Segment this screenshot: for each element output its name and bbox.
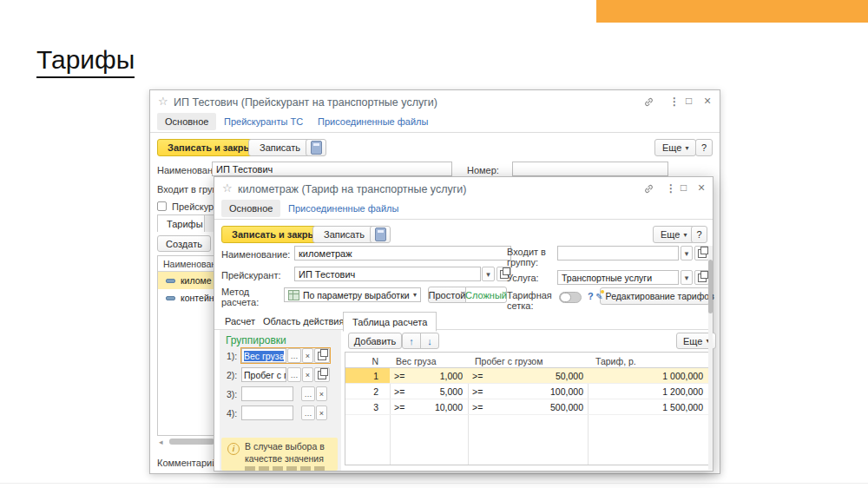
tabbar-divider — [150, 132, 720, 133]
grid-toggle[interactable] — [559, 292, 582, 303]
grouping-clear-button[interactable]: × — [302, 348, 313, 363]
close-icon[interactable]: × — [704, 96, 711, 106]
link-icon[interactable] — [643, 96, 654, 109]
post-document-button[interactable] — [370, 226, 391, 243]
grouping-select-button[interactable]: … — [287, 348, 301, 363]
grouping-input[interactable]: Пробег с груз — [241, 367, 286, 382]
name-input[interactable]: ИП Тестович — [212, 162, 452, 176]
move-down-button[interactable]: ↓ — [420, 333, 439, 349]
grouping-index: 3): — [227, 389, 237, 399]
edit-tariffs-button[interactable]: ✎ Редактирование тарифов — [600, 287, 710, 305]
mode-simple-button[interactable]: Простой — [428, 287, 466, 303]
grid-label: Тарифная — [507, 290, 552, 300]
group-input[interactable] — [557, 246, 679, 260]
grouping-select-button[interactable]: … — [301, 386, 315, 401]
grouping-clear-button[interactable]: × — [316, 386, 327, 401]
link-icon[interactable] — [643, 183, 654, 196]
vertical-scrollbar[interactable] — [708, 246, 713, 470]
pencil-icon: ✎ — [595, 292, 602, 301]
tab-calculation[interactable]: Расчет — [225, 313, 255, 330]
name-label: Наименование: — [221, 249, 290, 260]
number-input[interactable] — [512, 162, 668, 176]
grouping-row-4: 4): … × — [227, 406, 339, 421]
grouping-open-button[interactable] — [314, 367, 330, 382]
cell-n: 2 — [345, 386, 378, 397]
group-label: Входит в — [507, 247, 546, 257]
tab-main[interactable]: Основное — [221, 200, 280, 217]
cell-tariff: 1 000,000 — [588, 371, 703, 381]
scroll-left-icon[interactable]: ◂ — [159, 437, 163, 447]
menu-icon[interactable]: ⋮ — [666, 183, 676, 194]
table-row[interactable]: 1 >= 1,000 >= 50,000 1 000,000 — [345, 368, 708, 384]
grouping-input[interactable] — [241, 386, 293, 401]
group-dropdown-button[interactable]: ▾ — [681, 246, 693, 260]
close-icon[interactable]: × — [698, 182, 705, 193]
help-button[interactable]: ? — [695, 139, 713, 156]
more-button[interactable]: Еще▾ — [653, 226, 694, 243]
grouping-clear-button[interactable]: × — [316, 406, 327, 420]
grouping-select-button[interactable]: … — [287, 367, 301, 382]
open-in-window-icon — [698, 274, 707, 282]
service-label: Услуга: — [507, 273, 539, 283]
service-dropdown-button[interactable]: ▾ — [681, 270, 693, 285]
grouping-row-1: 1): Вес груза … × — [227, 348, 339, 364]
service-open-button[interactable] — [694, 270, 709, 285]
tab-pricelists-ts[interactable]: Прейскуранты ТС — [224, 113, 303, 130]
cell-n: 3 — [345, 402, 378, 412]
table-row[interactable]: 2 >= 5,000 >= 100,000 1 200,000 — [345, 384, 708, 399]
move-up-button[interactable]: ↑ — [402, 333, 421, 349]
tab-attached-files[interactable]: Присоединенные файлы — [288, 200, 398, 217]
groupings-panel: Группировки 1): Вес груза … × 2): Пробег… — [220, 330, 341, 471]
tab-calc-table[interactable]: Таблица расчета — [343, 312, 437, 332]
number-label: Номер: — [467, 165, 499, 175]
grouping-input[interactable]: Вес груза — [241, 348, 286, 363]
tab-attached-files[interactable]: Присоединенные файлы — [318, 113, 428, 130]
cell-n: 1 — [345, 371, 378, 381]
more-button[interactable]: Еще▾ — [654, 139, 696, 156]
pricelist-dropdown-button[interactable]: ▾ — [482, 267, 495, 281]
open-in-window-icon — [698, 249, 707, 258]
name-input[interactable]: километраж — [294, 246, 511, 260]
save-button[interactable]: Записать — [248, 139, 312, 156]
help-button[interactable]: ? — [691, 226, 707, 243]
pencil-spark — [601, 290, 604, 293]
list-item-label: контейн — [181, 293, 214, 303]
info-text-line1: В случае выбора в — [245, 441, 325, 452]
grouping-open-button[interactable] — [314, 348, 330, 363]
grouping-select-button[interactable]: … — [301, 406, 315, 420]
grouping-row-2: 2): Пробег с груз … × — [227, 367, 339, 383]
maximize-icon[interactable]: □ — [686, 96, 692, 106]
info-box: i В случае выбора в качестве значения — [221, 438, 338, 471]
group-open-button[interactable] — [694, 246, 709, 260]
group-label-2: группу: — [507, 257, 538, 267]
grouping-clear-button[interactable]: × — [302, 367, 313, 382]
service-input[interactable]: Транспортные услуги — [557, 270, 679, 285]
save-button[interactable]: Записать — [312, 226, 376, 243]
method-combo[interactable]: По параметру выработки ▾ — [284, 287, 421, 302]
chevron-down-icon: ▾ — [413, 291, 417, 299]
grouping-index: 4): — [227, 408, 237, 419]
cell-weight-val: 5,000 — [390, 386, 463, 397]
tab-scope[interactable]: Область действия — [263, 313, 344, 330]
vertical-scrollbar-thumb[interactable] — [708, 260, 713, 313]
grouping-input[interactable] — [241, 406, 293, 420]
pricelist-checkbox[interactable] — [157, 201, 167, 211]
add-row-button[interactable]: Добавить — [348, 333, 402, 349]
table-header[interactable]: N Вес груза Пробег с грузом Тариф, р. — [345, 353, 708, 368]
grid-help-link[interactable]: ? — [588, 291, 594, 301]
tab-main[interactable]: Основное — [157, 113, 216, 130]
favorite-star-icon[interactable]: ☆ — [158, 95, 168, 108]
horizontal-scrollbar[interactable] — [169, 439, 214, 445]
favorite-star-icon[interactable]: ☆ — [222, 181, 233, 195]
menu-icon[interactable]: ⋮ — [669, 96, 680, 107]
create-button[interactable]: Создать — [157, 235, 211, 252]
mode-complex-button[interactable]: Сложный — [465, 287, 507, 303]
tariff-item-icon — [166, 279, 175, 283]
chevron-down-icon: ▾ — [685, 274, 689, 282]
window-title: ИП Тестович (Прейскурант на транспортные… — [174, 96, 437, 109]
pricelist-input[interactable]: ИП Тестович — [294, 267, 481, 281]
maximize-icon[interactable]: □ — [681, 182, 687, 193]
post-document-button[interactable] — [306, 139, 326, 156]
table-row[interactable]: 3 >= 10,000 >= 500,000 1 500,000 — [345, 399, 708, 415]
calc-table: N Вес груза Пробег с грузом Тариф, р. 1 … — [345, 352, 709, 465]
